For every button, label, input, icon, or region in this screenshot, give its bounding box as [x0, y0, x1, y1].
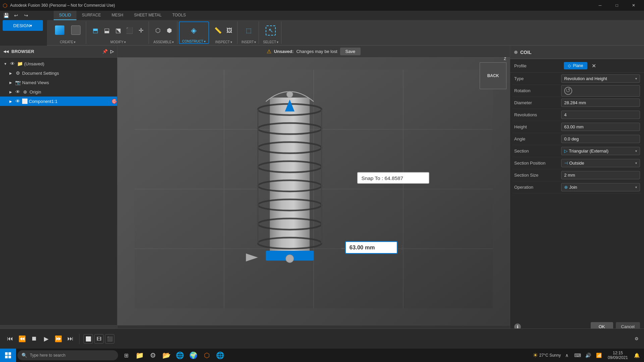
select-label[interactable]: SELECT ▾: [263, 40, 278, 44]
redo-btn[interactable]: ↪: [21, 11, 31, 20]
assemble-btn1[interactable]: ⬡: [153, 25, 163, 36]
play-next-btn[interactable]: ⏩: [54, 334, 63, 344]
profile-plane-btn[interactable]: ◇ Plane: [564, 62, 587, 69]
svg-point-22: [286, 255, 294, 263]
timeline-btn3[interactable]: ⬛: [105, 334, 114, 344]
system-clock[interactable]: 12:15 09/09/2021: [605, 351, 631, 360]
diameter-input[interactable]: 28.284 mm: [561, 99, 640, 107]
close-button[interactable]: ✕: [626, 0, 641, 11]
root-expand[interactable]: ▼: [3, 61, 8, 66]
app2-icon[interactable]: ⬡: [200, 349, 213, 362]
keyboard-icon[interactable]: ⌨: [573, 349, 582, 362]
tab-mesh[interactable]: MESH: [106, 11, 129, 20]
assemble-label[interactable]: ASSEMBLE ▾: [154, 40, 174, 44]
minimize-button[interactable]: ─: [592, 0, 608, 11]
network-icon[interactable]: 📶: [594, 349, 604, 362]
modify-btn2[interactable]: ⬓: [102, 25, 112, 36]
modify-btn4[interactable]: ⬛: [124, 25, 135, 36]
inspect-btn1[interactable]: 📏: [213, 25, 223, 36]
profile-row: Profile ◇ Plane ✕: [514, 62, 640, 70]
operation-dropdown[interactable]: ⊕ Join ▾: [561, 183, 640, 191]
taskview-btn[interactable]: ⊞: [119, 349, 133, 362]
tab-sheet-metal[interactable]: SHEET METAL: [128, 11, 167, 20]
window-controls[interactable]: ─ □ ✕: [592, 0, 641, 11]
profile-label: Profile: [514, 63, 561, 68]
insert-label[interactable]: INSERT ▾: [241, 40, 256, 44]
origin-eye-icon[interactable]: 👁: [15, 89, 21, 95]
section-position-dropdown[interactable]: ⊣ Outside ▾: [561, 159, 640, 167]
doc-settings-expand[interactable]: ▶: [8, 70, 13, 76]
browser-pin-icon[interactable]: 📌: [102, 49, 108, 54]
undo-btn[interactable]: ↩: [11, 11, 21, 20]
create-revolve-btn[interactable]: [68, 23, 83, 38]
timeline-btn1[interactable]: ⬜: [84, 334, 93, 344]
named-views-label: Named Views: [22, 80, 117, 85]
tree-item-origin[interactable]: ▶ 👁 ⊕ Origin: [0, 87, 117, 97]
origin-expand[interactable]: ▶: [8, 89, 13, 95]
play-prev-btn[interactable]: ⏪: [17, 334, 27, 344]
notification-icon[interactable]: 🔔: [632, 349, 641, 362]
angle-input[interactable]: 0.0 deg: [561, 135, 640, 143]
modify-label[interactable]: MODIFY ▾: [110, 40, 126, 44]
search-bar[interactable]: 🔍 Type here to search: [17, 350, 118, 360]
assemble-btn2[interactable]: ⬢: [164, 25, 174, 36]
canvas-area[interactable]: Snap To : 64.8587 63.00 mm ⋮: [117, 58, 510, 325]
sys-tray-arrow[interactable]: ∧: [562, 349, 572, 362]
app1-icon[interactable]: 🌐: [173, 349, 186, 362]
start-button[interactable]: [0, 349, 16, 362]
file-mgr-icon[interactable]: 📂: [160, 349, 173, 362]
named-views-expand[interactable]: ▶: [8, 80, 13, 85]
revolutions-input[interactable]: 4: [561, 111, 640, 119]
browser-expand-icon[interactable]: ▷: [110, 49, 114, 54]
speaker-icon[interactable]: 🔊: [584, 349, 593, 362]
chrome-icon[interactable]: 🌍: [186, 349, 200, 362]
tree-item-component[interactable]: ▶ 👁 Component1:1 🎯: [0, 97, 117, 106]
play-play-btn[interactable]: ▶: [42, 334, 51, 344]
tab-solid[interactable]: SOLID: [54, 11, 76, 20]
inspect-btn2[interactable]: 🖼: [224, 25, 234, 36]
browser-back-icon[interactable]: ◀◀: [3, 50, 9, 53]
select-btn1[interactable]: ↖: [266, 25, 276, 36]
type-value[interactable]: Revolution and Height ▾: [561, 74, 640, 83]
create-label[interactable]: CREATE ▾: [60, 40, 76, 44]
create-extrude-btn[interactable]: [52, 23, 67, 38]
modify-btn5[interactable]: ✛: [136, 25, 146, 36]
tab-tools[interactable]: TOOLS: [167, 11, 191, 20]
construct-label[interactable]: CONSTRUCT ▾: [182, 40, 206, 43]
save-button[interactable]: Save: [340, 48, 361, 55]
design-button[interactable]: DESIGN ▾: [3, 20, 43, 31]
settings-icon[interactable]: ⚙: [635, 336, 639, 341]
rotation-label: Rotation: [514, 88, 561, 93]
component-target-icon[interactable]: 🎯: [111, 98, 117, 104]
viewcube[interactable]: BACK X Z: [480, 62, 506, 89]
tree-item-root[interactable]: ▼ 👁 📁 (Unsaved): [0, 59, 117, 68]
construct-btn1[interactable]: ◈: [189, 25, 199, 36]
settings-taskbar-icon[interactable]: ⚙: [146, 349, 160, 362]
explorer-icon[interactable]: 📁: [133, 349, 146, 362]
section-dropdown[interactable]: ▷ Triangular (External) ▾: [561, 147, 640, 155]
insert-btn1[interactable]: ⬚: [244, 25, 254, 36]
play-first-btn[interactable]: ⏮: [5, 334, 15, 344]
modify-btn1[interactable]: ⬒: [90, 25, 100, 36]
profile-close-btn[interactable]: ✕: [590, 62, 598, 70]
play-stop-btn[interactable]: ⏹: [30, 334, 39, 344]
title-bar: ⬡ Autodesk Fusion 360 (Personal – Not fo…: [0, 0, 644, 11]
tree-item-named-views[interactable]: ▶ 📷 Named Views: [0, 78, 117, 87]
play-last-btn[interactable]: ⏭: [66, 334, 75, 344]
inspect-buttons: 📏 🖼: [213, 21, 234, 40]
chrome2-icon[interactable]: 🌐: [213, 349, 227, 362]
inspect-label[interactable]: INSPECT ▾: [215, 40, 232, 44]
modify-btn3[interactable]: ⬔: [113, 25, 123, 36]
timeline-btn2[interactable]: 🎞: [94, 334, 104, 344]
maximize-button[interactable]: □: [609, 0, 625, 11]
rotation-value[interactable]: [561, 85, 640, 97]
section-size-input[interactable]: 2 mm: [561, 171, 640, 179]
tree-item-doc-settings[interactable]: ▶ ⚙ Document Settings: [0, 68, 117, 78]
root-eye-icon[interactable]: 👁: [9, 61, 15, 67]
tab-surface[interactable]: SURFACE: [76, 11, 106, 20]
save-quick-btn[interactable]: 💾: [1, 11, 11, 20]
inspect-group: 📏 🖼 INSPECT ▾: [210, 21, 237, 44]
component-expand[interactable]: ▶: [8, 99, 13, 104]
height-input[interactable]: 63.00 mm: [561, 123, 640, 131]
component-eye-icon[interactable]: 👁: [15, 98, 21, 104]
